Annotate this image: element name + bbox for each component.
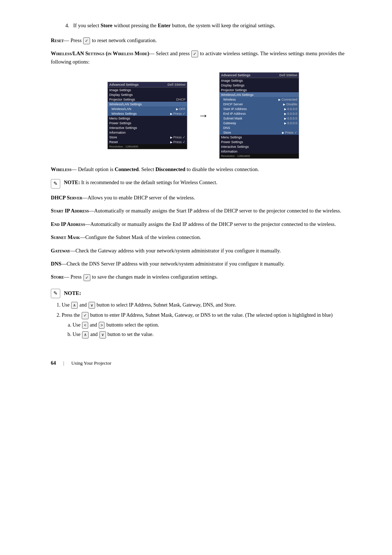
wireless-connected: Connected	[115, 166, 139, 172]
menu-right: Advanced Settings Dell S560wi Image Sett…	[219, 72, 299, 159]
store-text: Press	[69, 274, 83, 280]
note-section-2: ✎ NOTE: Use ∧ and ∨ button to select IP …	[51, 288, 356, 339]
left-btn: <	[82, 322, 88, 329]
right-btn: >	[99, 322, 105, 329]
up-btn-2: ∧	[82, 331, 89, 339]
menu-right-subrow-subnet: Subnet Mask▶ 0.0.0.0	[220, 116, 299, 121]
store-label: Store	[51, 274, 64, 280]
note-list-item-1: Use ∧ and ∨ button to select IP Address,…	[62, 301, 356, 309]
subnet-text: Configure the Subnet Mask of the wireles…	[85, 234, 201, 240]
menu-right-subrow-dhcp: DHCP Server▶ Disable	[220, 102, 299, 106]
wireless-suffix: to disable the wireless connection.	[185, 166, 259, 172]
note-sub-item-a: Use < and > buttonto select the option.	[73, 321, 356, 329]
store-key-icon: ✓	[83, 274, 90, 281]
menu-left-row-wireless-lan: Wireless/LAN Settings	[108, 102, 187, 106]
menu-left-row-display: Display Settings	[108, 92, 187, 97]
end-ip-text: Automatically or manually assigns the En…	[90, 221, 336, 227]
menu-left-row-menu: Menu Settings	[108, 116, 187, 121]
reset-section: Reset— Press ✓ to reset network configur…	[51, 36, 356, 44]
reset-suffix: to reset network configuration.	[90, 37, 156, 43]
gateway-text: Check the Gateway address with your netw…	[75, 248, 281, 254]
menu-left-row-image: Image Settings	[108, 88, 187, 93]
step-4: 4. If you select Store without pressing …	[51, 22, 356, 30]
note-icon-1: ✎	[51, 179, 60, 189]
start-ip-text: Automatically or manually assigns the St…	[94, 208, 341, 214]
wireless-text: Default option is	[77, 166, 115, 172]
menu-left-model: Dell S560wi	[158, 82, 187, 88]
menu-left-subrow-wireless-lan: Wireless/LAN▶ OFF	[108, 106, 187, 111]
footer-text: Using Your Projector	[72, 360, 111, 366]
menu-right-model: Dell S560wi	[269, 73, 299, 78]
subnet-section: Subnet Mask—Configure the Subnet Mask of…	[51, 233, 356, 241]
menu-left-row-power: Power Settings	[108, 121, 187, 125]
wireless-lan-key-icon: ✓	[191, 50, 198, 57]
dhcp-label: DHCP Server	[51, 195, 82, 200]
dhcp-text: Allows you to enable DHCP server of the …	[87, 195, 195, 200]
check-btn: ✓	[82, 312, 89, 319]
menu-right-row-display: Display Settings	[220, 83, 299, 88]
dhcp-section: DHCP Server—Allows you to enable DHCP se…	[51, 194, 356, 202]
menu-right-subrow-gateway: Gateway▶ 0.0.0.0	[220, 121, 299, 125]
menu-left-subrow-wireless-settings: Wireless Settings▶ Press ✓	[108, 111, 187, 116]
note-icon-2: ✎	[51, 289, 60, 298]
menu-left-row-reset: Reset▶ Press ✓	[108, 139, 187, 144]
pencil-icon-2: ✎	[53, 290, 58, 296]
page-number: 64	[51, 360, 56, 366]
menu-right-subrow-wireless: Wireless▶ Connected	[220, 97, 299, 102]
menu-left-row-store: Store▶ Press ✓	[108, 135, 187, 139]
wireless-lan-dash: —	[149, 50, 155, 56]
menu-left-row-interactive: Interactive Settings	[108, 125, 187, 130]
gateway-section: Gateway—Check the Gateway address with y…	[51, 247, 356, 255]
dns-section: DNS—Check the DNS Server IP address with…	[51, 260, 356, 268]
menu-right-subrow-store: Store▶ Press ✓	[220, 130, 299, 135]
note-text-1: It is recommended to use the default set…	[81, 180, 217, 185]
menu-right-row-info: Information	[220, 149, 299, 154]
note-sub-list: Use < and > buttonto select the option. …	[62, 321, 356, 339]
dns-text: Check the DNS Server IP address with you…	[67, 261, 285, 267]
wireless-label: Wireless	[51, 166, 72, 172]
menu-right-row-menu: Menu Settings	[220, 135, 299, 139]
menu-left-row-info: Information	[108, 130, 187, 135]
menu-right-row-image: Image Settings	[220, 78, 299, 83]
reset-key-icon: ✓	[83, 37, 90, 44]
wireless-lan-label: Wireless/LAN Settings (in Wireless Mode)	[51, 50, 149, 56]
dns-label: DNS	[51, 261, 61, 267]
menu-right-resolution: Resolution : 1280x800	[220, 154, 299, 159]
end-ip-section: End IP Address—Automatically or manually…	[51, 220, 356, 228]
end-ip-label: End IP Address	[51, 221, 85, 227]
wireless-section: Wireless— Default option is Connected. S…	[51, 165, 356, 173]
note-box-1: ✎ NOTE: It is recommended to use the def…	[51, 179, 356, 189]
menu-right-subrow-end-ip: End IP Address▶ 0.0.0.0	[220, 111, 299, 116]
note-header-2: ✎ NOTE:	[51, 288, 356, 298]
note-prefix-1: NOTE:	[64, 180, 80, 185]
wireless-lan-intro: Select and press	[155, 50, 191, 56]
footer-divider: |	[63, 360, 64, 366]
menu-right-row-power: Power Settings	[220, 139, 299, 144]
diagram-arrow: →	[198, 110, 208, 121]
down-btn-2: ∨	[99, 331, 106, 339]
menu-left-title: Advanced Settings	[108, 82, 158, 88]
enter-bold: Enter	[158, 23, 171, 28]
start-ip-section: Start IP Address—Automatically or manual…	[51, 207, 356, 215]
note-list: Use ∧ and ∨ button to select IP Address,…	[51, 301, 356, 339]
reset-label: Reset	[51, 37, 64, 43]
note-content-1: NOTE: It is recommended to use the defau…	[64, 179, 217, 186]
pencil-icon-1: ✎	[53, 181, 58, 187]
menu-left-row-projector: Projector SettingsDHCP	[108, 97, 187, 102]
wireless-disconnected: Disconnected	[155, 166, 185, 172]
menu-right-subrow-start-ip: Start IP Address▶ 0.0.0.0	[220, 106, 299, 111]
down-btn-1: ∨	[89, 302, 95, 309]
store-suffix: to save the changes made in wireless con…	[91, 274, 218, 280]
store-bold: Store	[101, 23, 113, 28]
menu-diagram: Advanced Settings Dell S560wi Image Sett…	[51, 72, 356, 159]
note-header-label: NOTE:	[64, 290, 81, 296]
wireless-middle: . Select	[139, 166, 155, 172]
up-btn-1: ∧	[71, 302, 78, 309]
menu-left-resolution: Resolution : 1280x800	[108, 144, 187, 149]
start-ip-label: Start IP Address	[51, 208, 89, 214]
note-list-item-2: Press the ✓ button to enter IP Address, …	[62, 311, 356, 339]
reset-dash: —	[64, 37, 69, 43]
store-section: Store— Press ✓ to save the changes made …	[51, 273, 356, 281]
note-sub-item-b: Use ∧ and ∨ button to set the value.	[73, 331, 356, 339]
menu-left: Advanced Settings Dell S560wi Image Sett…	[107, 82, 187, 149]
